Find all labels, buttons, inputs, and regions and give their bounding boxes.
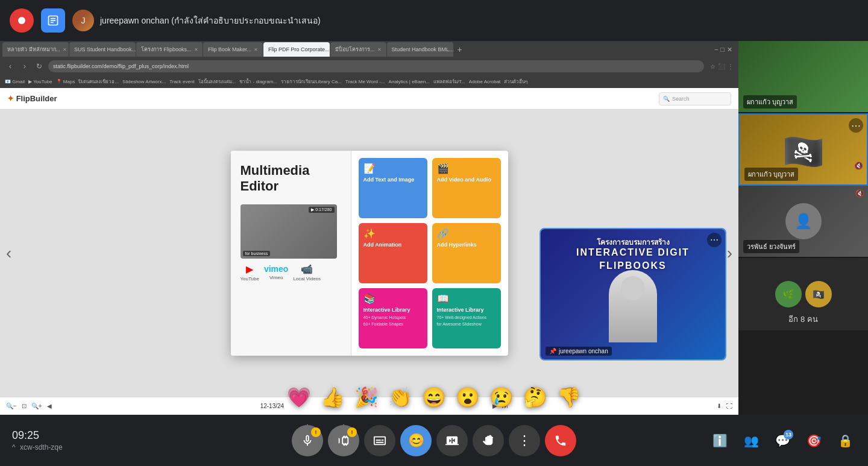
fb-prev-btn[interactable]: ◀ xyxy=(47,403,52,409)
more-participants-card[interactable]: 🌿 🏴‍☠️ อีก 8 คน xyxy=(738,258,868,330)
bookmark-maps[interactable]: 📍 Maps xyxy=(56,79,75,84)
bookmark-1[interactable]: ปิเดนคนลงเขียวอ... xyxy=(78,78,119,86)
meeting-id-chevron[interactable]: ^ xyxy=(12,443,16,452)
participant-3-mute-icon: 🔇 xyxy=(855,189,864,198)
activities-button[interactable]: 🎯 xyxy=(803,430,825,452)
bookmark-6[interactable]: รายการนักเรียน/Library Ca... xyxy=(281,78,342,86)
fb-download[interactable]: ⬇ xyxy=(717,403,722,409)
bookmark-3[interactable]: Track event xyxy=(169,79,195,84)
present-button[interactable] xyxy=(436,425,468,456)
flipbook-slide: MultimediaEditor 🌿 for business ▶ 0:17/2… xyxy=(231,151,508,356)
bookmark-adobe[interactable]: Adobe Acrobat xyxy=(469,79,500,84)
participant-2-more-button[interactable]: ⋯ xyxy=(849,118,863,133)
pv-subtitle: INTERACTIVE DIGIT FLIPBOOKS xyxy=(541,247,725,271)
raise-hand-button[interactable] xyxy=(473,425,504,456)
browser-menu[interactable]: ⋮ xyxy=(728,63,734,70)
fb-zoom-out[interactable]: 🔍− xyxy=(6,403,17,409)
reaction-party[interactable]: 🎉 xyxy=(354,386,379,409)
slide-video-icons: ▶ YouTube vimeo Vimeo 📹 Local Videos xyxy=(241,263,341,282)
more-options-button[interactable]: ⋮ xyxy=(509,425,540,456)
bookmark-4[interactable]: โอนิ้นลงตรงแต่ม... xyxy=(198,78,236,86)
meeting-details-button[interactable]: ℹ️ xyxy=(709,430,731,452)
refresh-button[interactable]: ↻ xyxy=(34,61,45,72)
library-1-title: Interactive Library xyxy=(363,307,423,313)
camera-button[interactable]: ! xyxy=(328,425,359,456)
bookmark-youtube[interactable]: ▶ YouTube xyxy=(28,79,52,84)
feature-card-text-image: 📝 Add Text and Image xyxy=(359,158,427,218)
people-button[interactable]: 👥 xyxy=(740,430,762,452)
captions-button[interactable] xyxy=(364,425,395,456)
record-button[interactable] xyxy=(10,8,34,33)
fb-fullscreen[interactable]: ⛶ xyxy=(726,403,732,409)
prev-page-button[interactable]: ‹ xyxy=(6,244,11,263)
browser-bookmarks: 📧 Gmail ▶ YouTube 📍 Maps ปิเดนคนลงเขียวอ… xyxy=(0,75,738,88)
library-2-sub-2: for Awesome Slideshow xyxy=(437,322,496,326)
browser-minimize[interactable]: − xyxy=(714,46,718,53)
bookmark-5[interactable]: ชาน้ำ - diagram... xyxy=(239,78,277,86)
pv-subtitle-line1: INTERACTIVE DIGIT xyxy=(541,247,725,258)
flipbuilder-header: ✦ FlipBuilder 🔍 Search xyxy=(0,88,738,110)
browser-tab-7[interactable]: Student Handbook BML... ✕ xyxy=(387,42,453,57)
browser-tab-5[interactable]: Flip PDF Pro Corporate... ✕ xyxy=(263,42,330,57)
reaction-clap[interactable]: 👏 xyxy=(388,386,412,409)
browser-tab-1[interactable]: หลายหัว มีหลักหมาก... ✕ xyxy=(2,42,69,57)
hyperlinks-title: Add Hyperlinks xyxy=(437,242,496,248)
end-call-button[interactable] xyxy=(545,425,576,456)
participant-3-avatar: 👤 xyxy=(785,203,822,239)
browser-maximize[interactable]: □ xyxy=(720,46,725,53)
bookmark-gmail[interactable]: 📧 Gmail xyxy=(5,79,25,84)
bookmark-2[interactable]: Slideshow Artworx... xyxy=(122,79,166,84)
next-page-button[interactable]: › xyxy=(727,244,732,263)
url-bar[interactable]: static.flipbuilder.com/demo/flip_pdf_plu… xyxy=(48,60,704,72)
feature-card-animation: ✨ Add Animation xyxy=(359,223,427,283)
reaction-laugh[interactable]: 😄 xyxy=(422,386,446,409)
new-tab-button[interactable]: + xyxy=(454,43,466,55)
fb-page-count: 12-13/24 xyxy=(260,403,284,409)
browser-tab-4[interactable]: Flip Book Maker... ✕ xyxy=(203,42,263,57)
chat-button[interactable]: 💬 13 xyxy=(772,430,793,452)
browser-chrome: หลายหัว มีหลักหมาก... ✕ SUS Student Hand… xyxy=(0,41,738,88)
presenter-video-bg: โครงการอบรมการสร้าง INTERACTIVE DIGIT FL… xyxy=(541,229,725,359)
browser-controls: ‹ › ↻ static.flipbuilder.com/demo/flip_p… xyxy=(0,58,738,75)
bookmark-star[interactable]: ☆ xyxy=(710,63,715,70)
screen-share-area: หลายหัว มีหลักหมาก... ✕ SUS Student Hand… xyxy=(0,41,738,415)
browser-tab-6[interactable]: มีป็อปโครงการ... ✕ xyxy=(330,42,386,57)
reaction-thumbsdown[interactable]: 👎 xyxy=(557,386,581,409)
browser-tabs: หลายหัว มีหลักหมาก... ✕ SUS Student Hand… xyxy=(0,41,738,58)
reaction-thumbsup[interactable]: 👍 xyxy=(321,386,345,409)
pv-more-button[interactable]: ⋯ xyxy=(707,233,722,247)
meeting-id: ^ xcw-sdth-zqe xyxy=(12,443,63,452)
pv-title: โครงการอบรมการสร้าง xyxy=(541,236,725,248)
main-area: หลายหัว มีหลักหมาก... ✕ SUS Student Hand… xyxy=(0,41,868,415)
participant-2-mute-icon: 🔇 xyxy=(854,162,863,170)
forward-button[interactable]: › xyxy=(19,61,30,72)
host-controls-button[interactable]: 🔒 xyxy=(834,430,856,452)
browser-close[interactable]: ✕ xyxy=(727,46,732,54)
fb-fit[interactable]: ⊡ xyxy=(22,403,27,409)
notes-button[interactable] xyxy=(41,8,65,33)
extension-btn[interactable]: ⬛ xyxy=(718,63,725,70)
fb-zoom-in[interactable]: 🔍+ xyxy=(31,403,42,409)
reaction-sad[interactable]: 😢 xyxy=(489,386,514,409)
browser-tab-3[interactable]: โครงการ Flipbooks... ✕ xyxy=(136,42,203,57)
mic-badge: ! xyxy=(311,427,321,437)
reactions-bar: 💗 👍 🎉 👏 😄 😮 😢 🤔 👎 xyxy=(287,386,581,409)
emoji-button[interactable]: 😊 xyxy=(400,425,432,456)
toolbar-center: ^ ! ^ ! 😊 xyxy=(292,425,576,456)
participant-2-avatar-icon: 🏴‍☠️ xyxy=(782,132,825,172)
reaction-think[interactable]: 🤔 xyxy=(523,386,547,409)
camera-badge: ! xyxy=(347,427,357,437)
bookmark-9[interactable]: แพลตฟอร์ม/T... xyxy=(433,78,465,86)
reaction-heart[interactable]: 💗 xyxy=(287,386,311,409)
bookmark-other[interactable]: ส่วนตัวอื่นๆ xyxy=(504,78,527,86)
presenter-video-overlay: โครงการอบรมการสร้าง INTERACTIVE DIGIT FL… xyxy=(539,228,726,361)
slide-title: MultimediaEditor xyxy=(241,163,341,195)
reaction-wow[interactable]: 😮 xyxy=(456,386,480,409)
text-image-title: Add Text and Image xyxy=(363,177,423,183)
bookmark-7[interactable]: Track Me Word -... xyxy=(345,79,385,84)
back-button[interactable]: ‹ xyxy=(5,61,16,72)
browser-tab-2[interactable]: SUS Student Handbook... ✕ xyxy=(69,42,136,57)
flipbuilder-search[interactable]: 🔍 Search xyxy=(659,92,731,105)
mic-button[interactable]: ! xyxy=(292,425,323,456)
bookmark-8[interactable]: Analytics | eBaen... xyxy=(389,79,430,84)
